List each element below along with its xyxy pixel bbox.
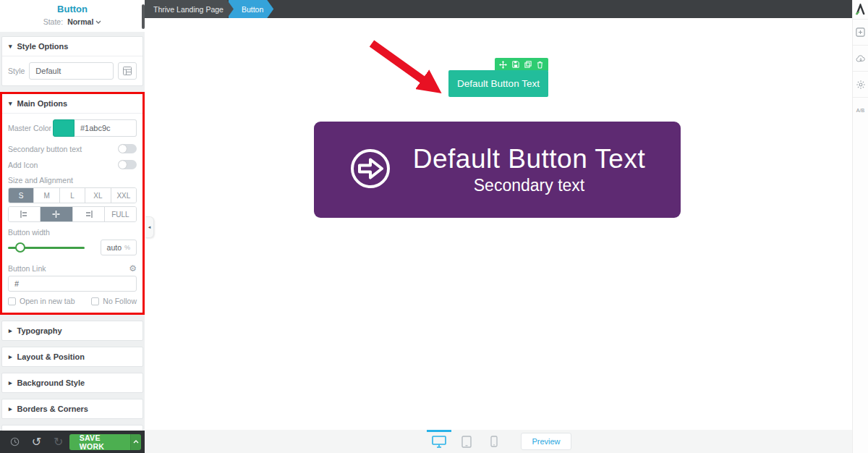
- align-full-button[interactable]: FULL: [105, 207, 136, 221]
- no-follow-option[interactable]: No Follow: [91, 297, 137, 305]
- size-selector: S M L XL XXL: [8, 187, 137, 203]
- open-new-tab-checkbox[interactable]: [8, 297, 16, 305]
- breadcrumb-bar: Thrive Landing Page Button: [145, 0, 852, 18]
- add-icon-label: Add Icon: [8, 161, 38, 169]
- size-xl-button[interactable]: XL: [85, 188, 111, 203]
- panel-scrollbar[interactable]: [142, 4, 145, 29]
- thrive-architect-editor: Thrive Landing Page Button: [0, 0, 868, 453]
- state-dropdown[interactable]: Normal: [67, 17, 101, 26]
- element-hover-toolbar: [495, 58, 548, 71]
- align-right-button[interactable]: [73, 207, 105, 221]
- breadcrumb-page-label: Thrive Landing Page: [153, 5, 224, 14]
- size-l-button[interactable]: L: [60, 188, 85, 203]
- slider-knob[interactable]: [15, 242, 25, 253]
- revision-history-icon[interactable]: [4, 437, 25, 446]
- size-m-button[interactable]: M: [34, 188, 59, 203]
- section-background-style: ▸ Background Style: [1, 373, 143, 393]
- section-style-options: ▾ Style Options Style: [1, 36, 143, 86]
- button-preview-title: Default Button Text: [413, 144, 645, 175]
- style-options-header[interactable]: ▾ Style Options: [2, 37, 142, 56]
- borders-corners-header[interactable]: ▸ Borders & Corners: [2, 399, 142, 418]
- breadcrumb-element-label: Button: [242, 5, 263, 14]
- panel-title: Button: [0, 4, 145, 14]
- align-center-icon: [52, 211, 60, 218]
- selected-button-label: Default Button Text: [457, 78, 540, 89]
- state-label: State:: [43, 17, 63, 26]
- templates-grid-icon: [123, 67, 132, 75]
- editor-canvas[interactable]: Default Button Text Default Button Text …: [145, 18, 852, 430]
- align-center-button[interactable]: [41, 207, 72, 221]
- secondary-text-label: Secondary button text: [8, 145, 82, 153]
- breadcrumb-element[interactable]: Button: [229, 0, 273, 18]
- open-new-tab-option[interactable]: Open in new tab: [8, 297, 75, 305]
- main-options-highlight: ▾ Main Options Master Color Second: [0, 92, 145, 315]
- cloud-templates-icon[interactable]: [853, 45, 868, 71]
- panel-footer: ↺ ↻ SAVE WORK: [0, 431, 145, 453]
- button-width-label: Button width: [8, 228, 137, 237]
- size-s-button[interactable]: S: [9, 188, 34, 203]
- thrive-architect-logo-icon[interactable]: [853, 0, 868, 19]
- chevron-up-icon: [133, 440, 139, 444]
- section-typography: ▸ Typography: [1, 321, 143, 341]
- button-preview-large[interactable]: Default Button Text Secondary text: [314, 122, 681, 218]
- arrow-circle-icon: [349, 148, 391, 192]
- master-color-swatch[interactable]: [53, 119, 75, 137]
- alignment-selector: FULL: [8, 206, 137, 222]
- style-input[interactable]: [29, 62, 114, 80]
- link-settings-gear-icon[interactable]: ⚙: [129, 264, 137, 273]
- red-pointer-arrow: [362, 36, 463, 109]
- panel-collapse-handle[interactable]: ◂: [145, 216, 154, 238]
- tablet-view-button[interactable]: [453, 430, 480, 453]
- save-options-caret[interactable]: [130, 434, 141, 450]
- save-work-button-group: SAVE WORK: [69, 434, 141, 450]
- style-templates-button[interactable]: [118, 62, 137, 80]
- align-right-icon: [85, 211, 93, 218]
- right-toolbar: A/B: [852, 0, 868, 453]
- panel-body: ▾ Style Options Style ▾ Main Options: [0, 32, 145, 431]
- mobile-view-button[interactable]: [480, 430, 508, 453]
- align-left-icon: [20, 211, 28, 218]
- responsive-view-bar: Preview: [145, 430, 852, 453]
- button-link-input[interactable]: [8, 276, 137, 292]
- add-icon-toggle[interactable]: [118, 160, 137, 169]
- duplicate-icon[interactable]: [524, 60, 532, 69]
- layout-position-header[interactable]: ▸ Layout & Position: [2, 347, 142, 366]
- save-template-icon[interactable]: [511, 60, 520, 69]
- button-width-slider[interactable]: [8, 247, 85, 249]
- settings-gear-icon[interactable]: [853, 71, 868, 97]
- save-work-button[interactable]: SAVE WORK: [69, 434, 131, 450]
- typography-header[interactable]: ▸ Typography: [2, 321, 142, 340]
- preview-button[interactable]: Preview: [521, 433, 571, 450]
- scroll-behavior-header[interactable]: ▸ Scroll Behavior: [2, 426, 142, 431]
- style-label: Style: [8, 67, 25, 75]
- redo-icon[interactable]: ↻: [47, 435, 69, 449]
- desktop-view-button[interactable]: [425, 430, 453, 453]
- master-color-label: Master Color: [8, 124, 51, 132]
- ab-test-icon[interactable]: A/B: [853, 97, 868, 123]
- size-xxl-button[interactable]: XXL: [111, 188, 136, 203]
- secondary-text-toggle[interactable]: [118, 144, 137, 153]
- button-link-label: Button Link: [8, 264, 46, 273]
- element-options-panel: Button State: Normal ▾ Style Options Sty…: [0, 0, 145, 453]
- no-follow-checkbox[interactable]: [91, 297, 99, 305]
- section-borders-corners: ▸ Borders & Corners: [1, 399, 143, 419]
- width-value-box[interactable]: auto %: [101, 240, 137, 255]
- selected-button-element[interactable]: Default Button Text: [448, 70, 548, 97]
- size-alignment-label: Size and Alignment: [8, 176, 137, 185]
- move-icon[interactable]: [499, 60, 508, 69]
- chevron-down-icon: [95, 20, 101, 24]
- delete-icon[interactable]: [536, 60, 545, 69]
- section-scroll-behavior: ▸ Scroll Behavior: [1, 425, 143, 431]
- button-preview-subtitle: Secondary text: [474, 176, 584, 195]
- background-style-header[interactable]: ▸ Background Style: [2, 373, 142, 392]
- master-color-hex-input[interactable]: [75, 119, 137, 137]
- panel-header: Button State: Normal: [0, 0, 145, 32]
- section-layout-position: ▸ Layout & Position: [1, 347, 143, 367]
- add-element-icon[interactable]: [853, 19, 868, 45]
- align-left-button[interactable]: [9, 207, 41, 221]
- section-main-options: ▾ Main Options Master Color Second: [2, 94, 142, 313]
- undo-icon[interactable]: ↺: [25, 435, 47, 449]
- main-options-header[interactable]: ▾ Main Options: [2, 94, 142, 114]
- breadcrumb-page[interactable]: Thrive Landing Page: [145, 0, 234, 18]
